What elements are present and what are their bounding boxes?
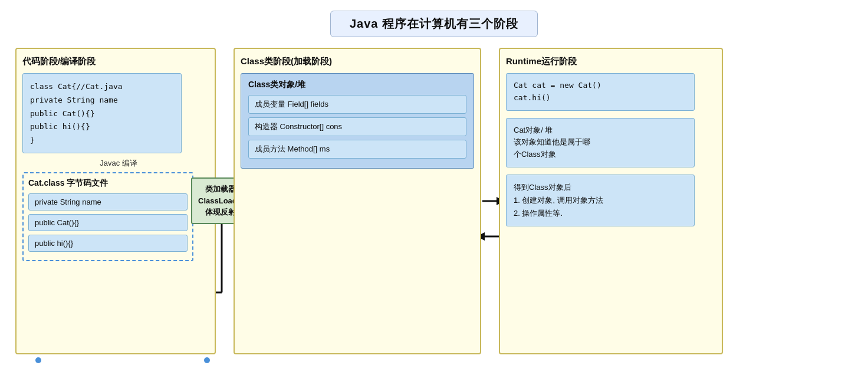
main-container: Java 程序在计算机有三个阶段 — [0, 0, 868, 375]
stage-left-title: 代码阶段/编译阶段 — [22, 56, 209, 67]
stage-middle: Class类阶段(加载阶段) Class类对象/堆 成员变量 Field[] f… — [234, 48, 481, 354]
class-field-2: 构造器 Constructor[] cons — [248, 117, 466, 136]
main-title: Java 程序在计算机有三个阶段 — [330, 11, 538, 37]
cat-run-box: Cat cat = new Cat() cat.hi() — [506, 73, 695, 111]
catclass-dashed-box: Cat.class 字节码文件 private String name publ… — [22, 172, 193, 261]
stage-middle-title: Class类阶段(加载阶段) — [241, 56, 474, 67]
stage-right: Runtime运行阶段 Cat cat = new Cat() cat.hi()… — [499, 48, 723, 354]
code-box: class Cat{//Cat.java private String name… — [22, 73, 182, 153]
svg-point-5 — [204, 357, 210, 363]
svg-point-4 — [35, 357, 41, 363]
class-field-1: 成员变量 Field[] fields — [248, 95, 466, 114]
class-field-3: 成员方法 Method[] ms — [248, 140, 466, 159]
class-obj-box: Class类对象/堆 成员变量 Field[] fields 构造器 Const… — [241, 73, 474, 169]
javac-arrow-area: Javac 编译 — [40, 158, 209, 169]
stages-row: 代码阶段/编译阶段 class Cat{//Cat.java private S… — [15, 48, 853, 354]
stage-left: 代码阶段/编译阶段 class Cat{//Cat.java private S… — [15, 48, 216, 354]
catclass-title: Cat.class 字节码文件 — [28, 178, 188, 189]
code-text: class Cat{//Cat.java private String name… — [30, 82, 123, 144]
class-info-box: 得到Class对象后 1. 创建对象, 调用对象方法 2. 操作属性等. — [506, 175, 695, 226]
field-2: public Cat(){} — [28, 214, 188, 231]
field-3: public hi(){} — [28, 235, 188, 252]
field-1: private String name — [28, 193, 188, 210]
cat-obj-box: Cat对象/ 堆 该对象知道他是属于哪 个Class对象 — [506, 118, 695, 167]
stage-right-title: Runtime运行阶段 — [506, 56, 716, 67]
class-obj-title: Class类对象/堆 — [248, 80, 466, 90]
javac-label: Javac 编译 — [100, 158, 137, 169]
